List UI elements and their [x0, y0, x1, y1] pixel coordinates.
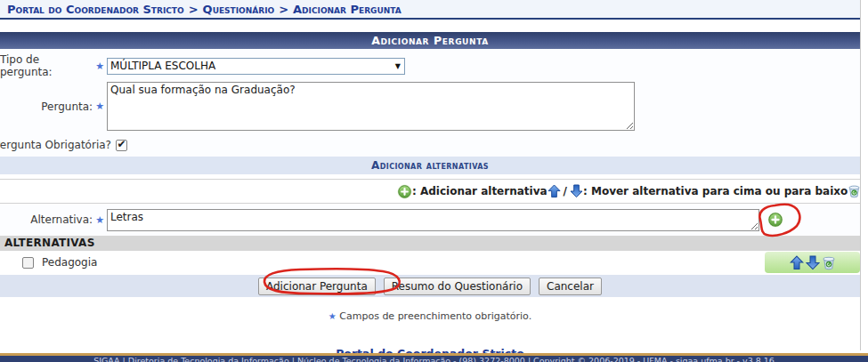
questionnaire-summary-button[interactable]: Resumo do Questionário — [384, 278, 531, 295]
cancel-button[interactable]: Cancelar — [539, 278, 602, 295]
alternative-item-actions — [765, 252, 860, 273]
alternative-list-item: ✔ Pedagogia — [0, 251, 860, 274]
alternatives-list-header: ALTERNATIVAS — [0, 236, 860, 251]
alternatives-section-title: Adicionar alternativas — [0, 157, 860, 174]
question-type-label: Tipo de pergunta: — [0, 53, 93, 78]
legend-add-text: : Adicionar alternativa — [412, 185, 548, 197]
question-type-row: Tipo de pergunta: ★ MÚLTIPLA ESCOLHA ▼ — [0, 53, 860, 78]
legend-move-text: : Mover alternativa para cima ou para ba… — [583, 185, 848, 197]
required-star-icon: ★ — [329, 311, 337, 321]
move-up-icon — [548, 184, 561, 198]
legend-slash: / — [564, 185, 567, 197]
chevron-down-icon: ▼ — [395, 62, 401, 70]
question-text-row: Pergunta: ★ Qual sua formação na Graduaç… — [0, 82, 860, 131]
question-label: Pergunta: — [41, 101, 93, 113]
alternative-item-label: Pedagogia — [42, 256, 97, 269]
breadcrumb-current-page[interactable]: Adicionar Pergunta — [293, 3, 402, 16]
required-star-icon: ★ — [95, 61, 104, 71]
question-type-selected-value: MÚLTIPLA ESCOLHA — [110, 60, 215, 72]
required-fields-note: ★ Campos de preenchimento obrigatório. — [0, 310, 860, 322]
breadcrumb-separator: > — [279, 3, 288, 16]
question-label-cell: Pergunta: ★ — [0, 101, 107, 113]
move-down-button[interactable] — [806, 255, 820, 270]
question-type-label-cell: Tipo de pergunta: ★ — [0, 53, 107, 78]
alternatives-legend: : Adicionar alternativa / : Mover altern… — [0, 179, 860, 204]
move-down-icon — [570, 184, 583, 198]
required-star-icon: ★ — [95, 101, 104, 111]
move-up-button[interactable] — [790, 255, 804, 270]
system-footer-bar: SIGAA | Diretoria de Tecnologia da Infor… — [0, 353, 868, 362]
breadcrumb-questionario-link[interactable]: Questionário — [203, 3, 275, 16]
alternative-label-cell: Alternativa: ★ — [0, 213, 107, 226]
required-note-text: Campos de preenchimento obrigatório. — [339, 310, 531, 322]
remove-alternative-button[interactable] — [822, 255, 836, 270]
required-question-checkbox[interactable]: ✔ — [116, 140, 127, 151]
add-alternative-icon — [397, 184, 412, 199]
question-form: Tipo de pergunta: ★ MÚLTIPLA ESCOLHA ▼ P… — [0, 49, 860, 157]
alternative-item-checkbox[interactable]: ✔ — [22, 257, 34, 269]
required-question-label: Pergunta Obrigatória? — [0, 139, 111, 151]
system-footer-text: SIGAA | Diretoria de Tecnologia da Infor… — [0, 356, 868, 362]
breadcrumb: Portal do Coordenador Stricto > Question… — [0, 0, 860, 20]
question-type-select[interactable]: MÚLTIPLA ESCOLHA ▼ — [107, 58, 405, 75]
form-button-bar: Adicionar Pergunta Resumo do Questionári… — [0, 275, 860, 297]
add-alternative-button[interactable] — [767, 212, 783, 228]
breadcrumb-portal-link[interactable]: Portal do Coordenador Stricto — [7, 3, 184, 16]
check-icon: ✔ — [117, 140, 126, 149]
alternative-input-row: Alternativa: ★ Letras — [0, 204, 860, 236]
window-right-strip — [860, 0, 868, 350]
page: Portal do Coordenador Stricto > Question… — [0, 0, 868, 362]
question-textarea[interactable]: Qual sua formação na Graduação? — [107, 82, 635, 131]
required-star-icon: ★ — [95, 215, 104, 225]
add-question-button[interactable]: Adicionar Pergunta — [258, 278, 376, 295]
required-question-row: Pergunta Obrigatória? ✔ — [0, 139, 860, 151]
panel-title: Adicionar Pergunta — [0, 32, 860, 49]
alternative-label: Alternativa: — [30, 213, 93, 226]
breadcrumb-separator: > — [189, 3, 199, 16]
alternative-textarea[interactable]: Letras — [107, 209, 759, 231]
